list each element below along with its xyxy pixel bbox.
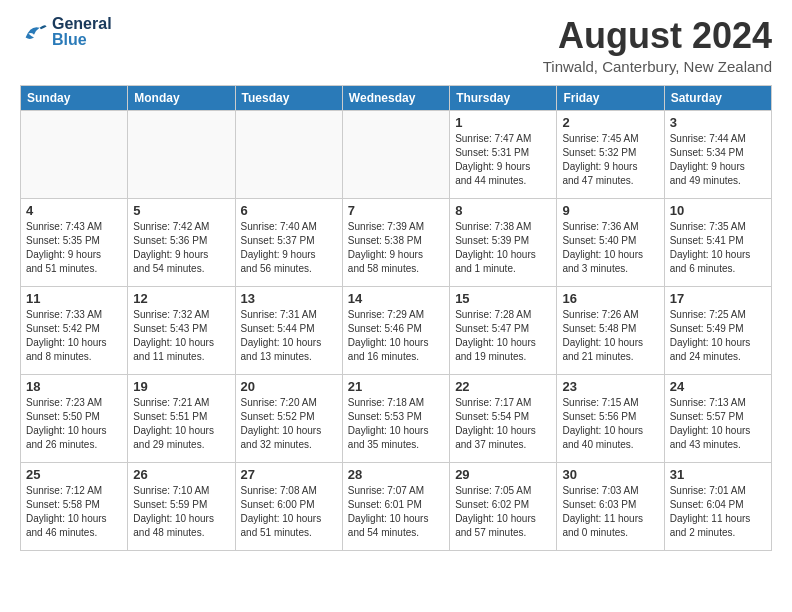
calendar-cell: 3Sunrise: 7:44 AM Sunset: 5:34 PM Daylig… (664, 110, 771, 198)
calendar-cell: 5Sunrise: 7:42 AM Sunset: 5:36 PM Daylig… (128, 198, 235, 286)
day-info: Sunrise: 7:35 AM Sunset: 5:41 PM Dayligh… (670, 220, 766, 276)
calendar-cell: 16Sunrise: 7:26 AM Sunset: 5:48 PM Dayli… (557, 286, 664, 374)
calendar-cell: 26Sunrise: 7:10 AM Sunset: 5:59 PM Dayli… (128, 462, 235, 550)
day-number: 10 (670, 203, 766, 218)
day-number: 30 (562, 467, 658, 482)
logo-blue: Blue (52, 32, 112, 48)
calendar-cell: 23Sunrise: 7:15 AM Sunset: 5:56 PM Dayli… (557, 374, 664, 462)
day-info: Sunrise: 7:23 AM Sunset: 5:50 PM Dayligh… (26, 396, 122, 452)
calendar-cell: 6Sunrise: 7:40 AM Sunset: 5:37 PM Daylig… (235, 198, 342, 286)
day-info: Sunrise: 7:01 AM Sunset: 6:04 PM Dayligh… (670, 484, 766, 540)
day-info: Sunrise: 7:42 AM Sunset: 5:36 PM Dayligh… (133, 220, 229, 276)
logo: General Blue (20, 16, 112, 48)
calendar-table: SundayMondayTuesdayWednesdayThursdayFrid… (20, 85, 772, 551)
calendar-cell: 19Sunrise: 7:21 AM Sunset: 5:51 PM Dayli… (128, 374, 235, 462)
calendar-cell: 4Sunrise: 7:43 AM Sunset: 5:35 PM Daylig… (21, 198, 128, 286)
calendar-cell: 28Sunrise: 7:07 AM Sunset: 6:01 PM Dayli… (342, 462, 449, 550)
calendar-cell: 31Sunrise: 7:01 AM Sunset: 6:04 PM Dayli… (664, 462, 771, 550)
day-number: 20 (241, 379, 337, 394)
day-number: 23 (562, 379, 658, 394)
calendar-cell: 12Sunrise: 7:32 AM Sunset: 5:43 PM Dayli… (128, 286, 235, 374)
calendar-week-2: 4Sunrise: 7:43 AM Sunset: 5:35 PM Daylig… (21, 198, 772, 286)
location: Tinwald, Canterbury, New Zealand (543, 58, 772, 75)
calendar-cell (21, 110, 128, 198)
day-number: 8 (455, 203, 551, 218)
day-number: 29 (455, 467, 551, 482)
title-block: August 2024 Tinwald, Canterbury, New Zea… (543, 16, 772, 75)
calendar-cell: 21Sunrise: 7:18 AM Sunset: 5:53 PM Dayli… (342, 374, 449, 462)
day-header-tuesday: Tuesday (235, 85, 342, 110)
day-info: Sunrise: 7:47 AM Sunset: 5:31 PM Dayligh… (455, 132, 551, 188)
calendar-week-5: 25Sunrise: 7:12 AM Sunset: 5:58 PM Dayli… (21, 462, 772, 550)
day-number: 18 (26, 379, 122, 394)
calendar-cell: 10Sunrise: 7:35 AM Sunset: 5:41 PM Dayli… (664, 198, 771, 286)
calendar-cell: 25Sunrise: 7:12 AM Sunset: 5:58 PM Dayli… (21, 462, 128, 550)
day-number: 15 (455, 291, 551, 306)
day-info: Sunrise: 7:07 AM Sunset: 6:01 PM Dayligh… (348, 484, 444, 540)
day-number: 1 (455, 115, 551, 130)
day-number: 28 (348, 467, 444, 482)
calendar-cell (128, 110, 235, 198)
day-number: 2 (562, 115, 658, 130)
day-info: Sunrise: 7:12 AM Sunset: 5:58 PM Dayligh… (26, 484, 122, 540)
page-header: General Blue August 2024 Tinwald, Canter… (20, 16, 772, 75)
header-row: SundayMondayTuesdayWednesdayThursdayFrid… (21, 85, 772, 110)
day-info: Sunrise: 7:39 AM Sunset: 5:38 PM Dayligh… (348, 220, 444, 276)
day-info: Sunrise: 7:05 AM Sunset: 6:02 PM Dayligh… (455, 484, 551, 540)
calendar-cell: 24Sunrise: 7:13 AM Sunset: 5:57 PM Dayli… (664, 374, 771, 462)
day-info: Sunrise: 7:15 AM Sunset: 5:56 PM Dayligh… (562, 396, 658, 452)
day-info: Sunrise: 7:21 AM Sunset: 5:51 PM Dayligh… (133, 396, 229, 452)
day-number: 22 (455, 379, 551, 394)
calendar-cell: 14Sunrise: 7:29 AM Sunset: 5:46 PM Dayli… (342, 286, 449, 374)
calendar-cell: 20Sunrise: 7:20 AM Sunset: 5:52 PM Dayli… (235, 374, 342, 462)
calendar-cell: 11Sunrise: 7:33 AM Sunset: 5:42 PM Dayli… (21, 286, 128, 374)
day-info: Sunrise: 7:20 AM Sunset: 5:52 PM Dayligh… (241, 396, 337, 452)
day-number: 9 (562, 203, 658, 218)
day-info: Sunrise: 7:10 AM Sunset: 5:59 PM Dayligh… (133, 484, 229, 540)
day-info: Sunrise: 7:43 AM Sunset: 5:35 PM Dayligh… (26, 220, 122, 276)
day-number: 31 (670, 467, 766, 482)
calendar-cell: 29Sunrise: 7:05 AM Sunset: 6:02 PM Dayli… (450, 462, 557, 550)
day-info: Sunrise: 7:25 AM Sunset: 5:49 PM Dayligh… (670, 308, 766, 364)
day-header-saturday: Saturday (664, 85, 771, 110)
day-info: Sunrise: 7:32 AM Sunset: 5:43 PM Dayligh… (133, 308, 229, 364)
day-number: 12 (133, 291, 229, 306)
calendar-body: 1Sunrise: 7:47 AM Sunset: 5:31 PM Daylig… (21, 110, 772, 550)
calendar-cell: 9Sunrise: 7:36 AM Sunset: 5:40 PM Daylig… (557, 198, 664, 286)
calendar-cell: 30Sunrise: 7:03 AM Sunset: 6:03 PM Dayli… (557, 462, 664, 550)
day-number: 13 (241, 291, 337, 306)
calendar-week-3: 11Sunrise: 7:33 AM Sunset: 5:42 PM Dayli… (21, 286, 772, 374)
day-number: 16 (562, 291, 658, 306)
day-info: Sunrise: 7:36 AM Sunset: 5:40 PM Dayligh… (562, 220, 658, 276)
day-number: 11 (26, 291, 122, 306)
day-info: Sunrise: 7:29 AM Sunset: 5:46 PM Dayligh… (348, 308, 444, 364)
day-number: 19 (133, 379, 229, 394)
day-info: Sunrise: 7:17 AM Sunset: 5:54 PM Dayligh… (455, 396, 551, 452)
calendar-cell: 2Sunrise: 7:45 AM Sunset: 5:32 PM Daylig… (557, 110, 664, 198)
day-info: Sunrise: 7:08 AM Sunset: 6:00 PM Dayligh… (241, 484, 337, 540)
day-info: Sunrise: 7:31 AM Sunset: 5:44 PM Dayligh… (241, 308, 337, 364)
calendar-cell: 22Sunrise: 7:17 AM Sunset: 5:54 PM Dayli… (450, 374, 557, 462)
calendar-cell: 1Sunrise: 7:47 AM Sunset: 5:31 PM Daylig… (450, 110, 557, 198)
day-number: 24 (670, 379, 766, 394)
day-header-wednesday: Wednesday (342, 85, 449, 110)
day-number: 7 (348, 203, 444, 218)
day-info: Sunrise: 7:18 AM Sunset: 5:53 PM Dayligh… (348, 396, 444, 452)
day-number: 25 (26, 467, 122, 482)
month-year: August 2024 (543, 16, 772, 56)
calendar-cell: 18Sunrise: 7:23 AM Sunset: 5:50 PM Dayli… (21, 374, 128, 462)
day-number: 6 (241, 203, 337, 218)
calendar-cell: 15Sunrise: 7:28 AM Sunset: 5:47 PM Dayli… (450, 286, 557, 374)
day-info: Sunrise: 7:38 AM Sunset: 5:39 PM Dayligh… (455, 220, 551, 276)
day-header-thursday: Thursday (450, 85, 557, 110)
day-header-friday: Friday (557, 85, 664, 110)
calendar-week-1: 1Sunrise: 7:47 AM Sunset: 5:31 PM Daylig… (21, 110, 772, 198)
day-info: Sunrise: 7:13 AM Sunset: 5:57 PM Dayligh… (670, 396, 766, 452)
day-number: 26 (133, 467, 229, 482)
logo-text: General Blue (52, 16, 112, 48)
calendar-cell: 27Sunrise: 7:08 AM Sunset: 6:00 PM Dayli… (235, 462, 342, 550)
day-header-monday: Monday (128, 85, 235, 110)
day-info: Sunrise: 7:28 AM Sunset: 5:47 PM Dayligh… (455, 308, 551, 364)
calendar-cell (235, 110, 342, 198)
day-info: Sunrise: 7:45 AM Sunset: 5:32 PM Dayligh… (562, 132, 658, 188)
